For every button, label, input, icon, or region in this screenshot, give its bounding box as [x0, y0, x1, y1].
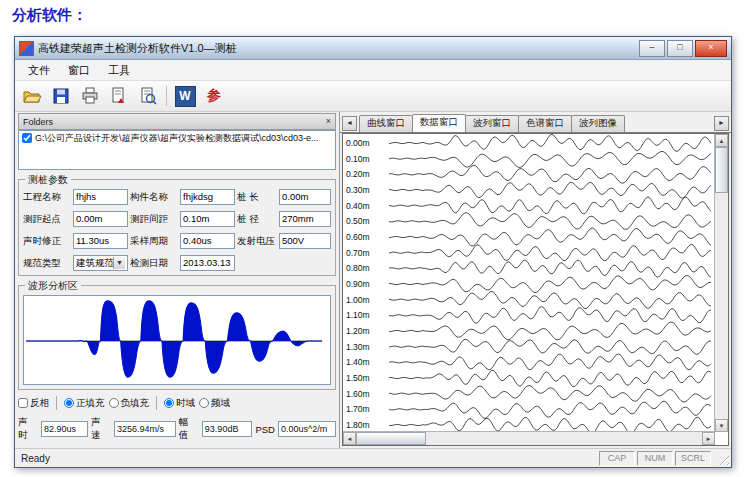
waveform-trace [389, 135, 711, 152]
maximize-button[interactable]: □ [667, 40, 693, 57]
sound-time-correction-field[interactable]: 11.30us [73, 233, 128, 249]
status-text: Ready [21, 453, 50, 464]
waveform-plot-svg [24, 296, 324, 382]
folders-title: Folders [23, 117, 53, 127]
fill-positive-radio[interactable] [64, 398, 74, 408]
waveform-trace [389, 152, 711, 168]
time-domain-radio[interactable] [164, 398, 174, 408]
depth-label: 1.00m [346, 295, 370, 305]
standard-type-select[interactable]: 建筑规范▼ [73, 255, 128, 271]
resize-grip[interactable] [715, 451, 729, 465]
close-button[interactable]: × [695, 40, 727, 57]
controls-separator [56, 396, 57, 410]
pile-params-group: 测桩参数 工程名称fhjhs构件名称fhjkdsg桩 长0.00m测距起点0.0… [18, 179, 336, 276]
waveform-trace [389, 354, 711, 370]
pile-params-grid: 工程名称fhjhs构件名称fhjkdsg桩 长0.00m测距起点0.00m测距间… [23, 189, 331, 271]
scroll-right-button[interactable]: ► [702, 432, 715, 445]
waveform-trace [389, 165, 711, 183]
minimize-button[interactable]: – [639, 40, 665, 57]
menu-window[interactable]: 窗口 [59, 61, 99, 80]
save-button[interactable] [50, 85, 72, 107]
status-indicators: CAPNUMSCRL [597, 451, 711, 466]
app-icon [19, 41, 34, 56]
horizontal-scrollbar[interactable]: ◄ ► [343, 431, 715, 445]
invert-checkbox[interactable] [18, 398, 28, 408]
fill-negative-control[interactable]: 负填充 [109, 397, 150, 410]
depth-label: 0.60m [346, 232, 370, 242]
tab-curve-window[interactable]: 曲线窗口 [359, 115, 413, 132]
waveform-traces[interactable]: 0.00m0.10m0.20m0.30m0.40m0.50m0.60m0.70m… [343, 134, 715, 432]
tab-wavelist-window[interactable]: 波列窗口 [465, 115, 519, 132]
scroll-left-button[interactable]: ◄ [343, 432, 356, 445]
horizontal-scroll-thumb[interactable] [356, 432, 426, 445]
title-bar[interactable]: 高铁建荣超声土检测分析软件V1.0—测桩 – □ × [15, 37, 731, 60]
folder-item[interactable]: G:\公司产品设计开发\超声仪器\超声仪实验检测数据调试\cd03\cd03-e… [22, 133, 332, 144]
fill-negative-radio[interactable] [109, 398, 119, 408]
parameter-button[interactable]: 参 [203, 85, 225, 107]
folder-checkbox[interactable] [22, 133, 32, 143]
depth-label: 1.20m [346, 326, 370, 336]
depth-label: 1.60m [346, 389, 370, 399]
time-domain-control[interactable]: 时域 [164, 397, 195, 410]
parameter-icon: 参 [207, 87, 221, 105]
invert-control[interactable]: 反相 [18, 397, 49, 410]
start-distance-label: 测距起点 [23, 213, 71, 226]
tab-spectrum-window[interactable]: 色谱窗口 [518, 115, 572, 132]
tab-data-window[interactable]: 数据窗口 [412, 114, 466, 132]
vertical-scroll-thumb[interactable] [715, 147, 728, 193]
project-name-field[interactable]: fhjhs [73, 189, 128, 205]
freq-domain-control[interactable]: 频域 [199, 397, 230, 410]
sound-time-field[interactable]: 82.90us [41, 421, 88, 437]
freq-domain-radio[interactable] [199, 398, 209, 408]
menu-file[interactable]: 文件 [19, 61, 59, 80]
standard-type-value: 建筑规范 [76, 256, 113, 270]
scroll-up-button[interactable]: ▲ [715, 134, 728, 147]
sound-velocity-label: 声 速 [91, 416, 111, 442]
left-panel: Folders × G:\公司产品设计开发\超声仪器\超声仪实验检测数据调试\c… [15, 112, 340, 448]
start-distance-field[interactable]: 0.00m [73, 211, 128, 227]
depth-label: 0.50m [346, 216, 370, 226]
pile-diameter-field[interactable]: 270mm [279, 211, 331, 227]
amplitude-field[interactable]: 93.90dB [202, 421, 253, 437]
test-date-field[interactable]: 2013.03.13 [180, 255, 235, 271]
scroll-lock-indicator: SCRL [675, 451, 711, 466]
measurement-readouts: 声 时82.90us声 速3256.94m/s幅 值93.90dBPSD0.00… [18, 416, 336, 442]
point-spacing-field[interactable]: 0.10m [180, 211, 235, 227]
waveform-list-svg: 0.00m0.10m0.20m0.30m0.40m0.50m0.60m0.70m… [343, 134, 715, 432]
pile-length-field[interactable]: 0.00m [279, 189, 331, 205]
menu-bar: 文件窗口工具 [15, 60, 731, 81]
open-file-button[interactable] [21, 85, 43, 107]
folders-close-button[interactable]: × [326, 117, 331, 126]
print-button[interactable] [79, 85, 101, 107]
waveform-trace [389, 182, 711, 198]
waveform-analysis-group: 波形分析区 [18, 285, 336, 390]
depth-label: 0.10m [346, 154, 370, 164]
depth-label: 0.30m [346, 185, 370, 195]
export-icon [109, 86, 129, 106]
sound-time-label: 声 时 [18, 416, 38, 442]
depth-label: 0.90m [346, 279, 370, 289]
depth-label: 1.50m [346, 373, 370, 383]
print-preview-button[interactable] [137, 85, 159, 107]
component-name-field[interactable]: fhjkdsg [180, 189, 235, 205]
page-heading: 分析软件： [12, 6, 87, 25]
scroll-down-button[interactable]: ▼ [715, 419, 728, 432]
tab-waveimage[interactable]: 波列图像 [571, 115, 625, 132]
save-icon [51, 86, 71, 106]
sound-velocity-field[interactable]: 3256.94m/s [114, 421, 176, 437]
word-export-button[interactable]: W [174, 85, 196, 107]
tab-scroll-left-button[interactable]: ◄ [342, 116, 357, 131]
psd-field[interactable]: 0.00us^2/m [278, 421, 336, 437]
point-spacing-label: 测距间距 [130, 213, 178, 226]
fill-positive-control[interactable]: 正填充 [64, 397, 105, 410]
menu-tools[interactable]: 工具 [99, 61, 139, 80]
export-button[interactable] [108, 85, 130, 107]
chevron-down-icon[interactable]: ▼ [113, 257, 125, 269]
transmit-voltage-label: 发射电压 [237, 235, 277, 248]
waveform-plot[interactable] [23, 295, 331, 385]
transmit-voltage-field[interactable]: 500V [279, 233, 331, 249]
vertical-scrollbar[interactable]: ▲ ▼ [714, 134, 728, 432]
sample-period-field[interactable]: 0.40us [180, 233, 235, 249]
component-name-label: 构件名称 [130, 191, 178, 204]
tab-scroll-right-button[interactable]: ► [714, 116, 729, 131]
